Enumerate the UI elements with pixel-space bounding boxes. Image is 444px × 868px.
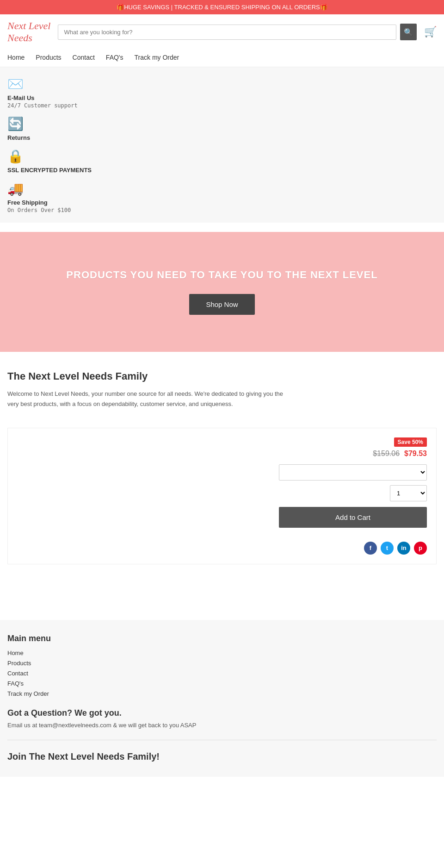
cart-icon[interactable]: 🛒 [424, 26, 437, 38]
variant-select[interactable] [279, 464, 427, 481]
feature-email: ✉️ E-Mail Us 24/7 Customer support [7, 76, 437, 109]
footer-email-text: Email us at team@nextlevelneeds.com & we… [7, 722, 437, 729]
truck-icon: 🚚 [7, 181, 437, 196]
footer-menu-list: Home Products Contact FAQ's Track my Ord… [7, 649, 437, 697]
footer-menu-item-contact[interactable]: Contact [7, 669, 437, 677]
logo[interactable]: Next Level Needs [7, 20, 50, 44]
feature-returns: 🔄 Returns [7, 116, 437, 141]
footer-menu-item-track[interactable]: Track my Order [7, 690, 437, 697]
footer: Main menu Home Products Contact FAQ's Tr… [0, 620, 444, 777]
original-price: $159.06 [373, 450, 400, 458]
nav-item-home[interactable]: Home [7, 54, 25, 61]
main-nav: Home Products Contact FAQ's Track my Ord… [0, 50, 444, 67]
family-title: The Next Level Needs Family [7, 370, 437, 382]
shop-now-button[interactable]: Shop Now [189, 294, 254, 315]
linkedin-icon[interactable]: in [397, 542, 410, 555]
feature-ssl: 🔒 SSL ENCRYPTED PAYMENTS [7, 149, 437, 174]
feature-shipping: 🚚 Free Shipping On Orders Over $100 [7, 181, 437, 213]
pinterest-icon[interactable]: p [414, 542, 427, 555]
lock-icon: 🔒 [7, 149, 437, 164]
family-section: The Next Level Needs Family Welcome to N… [0, 352, 444, 418]
nav-item-track[interactable]: Track my Order [135, 54, 179, 61]
add-to-cart-button[interactable]: Add to Cart [279, 507, 427, 528]
feature-email-sub: 24/7 Customer support [7, 102, 437, 109]
hero-section: PRODUCTS YOU NEED TO TAKE YOU TO THE NEX… [0, 232, 444, 352]
family-description: Welcome to Next Level Needs, your number… [7, 389, 285, 409]
spacer [0, 574, 444, 601]
facebook-icon[interactable]: f [364, 542, 377, 555]
email-icon: ✉️ [7, 76, 437, 92]
footer-question-title: Got a Question? We got you. [7, 708, 437, 718]
twitter-icon[interactable]: t [381, 542, 394, 555]
footer-join-section: Join The Next Level Needs Family! [7, 740, 437, 777]
search-button[interactable]: 🔍 [400, 24, 417, 40]
feature-shipping-sub: On Orders Over $100 [7, 207, 437, 213]
feature-shipping-title: Free Shipping [7, 199, 437, 206]
footer-menu-item-home[interactable]: Home [7, 649, 437, 656]
price-row: $159.06 $79.53 [373, 450, 427, 458]
quantity-select[interactable]: 1 2 3 [390, 485, 427, 501]
logo-text: Next Level Needs [7, 20, 50, 44]
product-card: Save 50% $159.06 $79.53 1 2 3 Add to Car… [7, 428, 437, 564]
footer-join-title: Join The Next Level Needs Family! [7, 751, 437, 762]
feature-ssl-title: SSL ENCRYPTED PAYMENTS [7, 167, 437, 174]
footer-menu-item-faqs[interactable]: FAQ's [7, 680, 437, 687]
feature-email-title: E-Mail Us [7, 94, 437, 101]
search-icon: 🔍 [404, 28, 413, 37]
top-banner: 🎁HUGE SAVINGS | TRACKED & ENSURED SHIPPI… [0, 0, 444, 14]
social-icons: f t in p [364, 542, 427, 555]
save-badge: Save 50% [394, 437, 427, 447]
search-input[interactable] [58, 25, 396, 40]
nav-item-products[interactable]: Products [36, 54, 61, 61]
footer-menu-title: Main menu [7, 634, 437, 643]
features-section: ✉️ E-Mail Us 24/7 Customer support 🔄 Ret… [0, 67, 444, 223]
feature-returns-title: Returns [7, 134, 437, 141]
footer-menu-item-products[interactable]: Products [7, 659, 437, 667]
returns-icon: 🔄 [7, 116, 437, 131]
product-card-inner: Save 50% $159.06 $79.53 1 2 3 Add to Car… [17, 437, 427, 555]
search-area: 🔍 [58, 24, 417, 40]
header: Next Level Needs 🔍 🛒 [0, 14, 444, 50]
nav-item-contact[interactable]: Contact [73, 54, 95, 61]
hero-title: PRODUCTS YOU NEED TO TAKE YOU TO THE NEX… [18, 269, 426, 281]
sale-price: $79.53 [404, 450, 427, 458]
nav-item-faqs[interactable]: FAQ's [106, 54, 123, 61]
